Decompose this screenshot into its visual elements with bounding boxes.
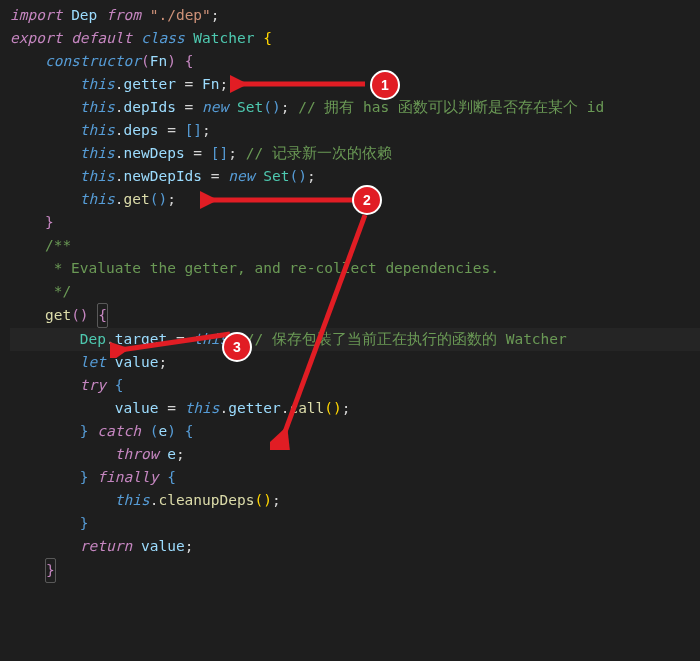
brace: { [263,30,272,46]
class-ref: Dep [80,331,106,347]
line: } [10,512,700,535]
keyword-from: from [106,7,141,23]
line: this.newDepIds = new Set(); [10,165,700,188]
comment: */ [45,283,71,299]
property: newDepIds [124,168,203,184]
line: } [10,211,700,234]
keyword-this: this [80,76,115,92]
line: } [10,558,700,583]
line: try { [10,374,700,397]
property: getter [124,76,176,92]
keyword-this: this [80,122,115,138]
keyword-default: default [71,30,132,46]
keyword-this: this [80,191,115,207]
property: newDeps [124,145,185,161]
brace: } [45,214,54,230]
line: this.cleanupDeps(); [10,489,700,512]
brace: { [185,53,194,69]
property: getter [228,400,280,416]
method-name: get [45,307,71,323]
line: value = this.getter.call(); [10,397,700,420]
property: depIds [124,99,176,115]
comment: /** [45,237,71,253]
annotation-badge-1: 1 [370,70,400,100]
line: throw e; [10,443,700,466]
line: return value; [10,535,700,558]
line: constructor(Fn) { [10,50,700,73]
keyword-new: new [228,168,254,184]
property: deps [124,122,159,138]
comment: // 拥有 has 函数可以判断是否存在某个 id [289,99,604,115]
line: * Evaluate the getter, and re-collect de… [10,257,700,280]
keyword-import: import [10,7,62,23]
variable: e [167,446,176,462]
keyword-this: this [185,400,220,416]
line-current: Dep.target = this; // 保存包装了当前正在执行的函数的 Wa… [10,328,700,351]
line: /** [10,234,700,257]
identifier: Dep [71,7,97,23]
brace: } [46,562,55,578]
annotation-badge-3: 3 [222,332,252,362]
class-name: Watcher [193,30,254,46]
line: get() { [10,303,700,328]
method-call: call [289,400,324,416]
keyword-export: export [10,30,62,46]
code-editor[interactable]: import Dep from "./dep"; export default … [0,0,700,661]
string: "./dep" [150,7,211,23]
brace: { [98,307,107,323]
keyword-this: this [80,99,115,115]
variable: value [115,400,159,416]
keyword-this: this [80,145,115,161]
comment: // 保存包装了当前正在执行的函数的 Watcher [237,331,567,347]
line: */ [10,280,700,303]
keyword-class: class [141,30,185,46]
line: this.newDeps = []; // 记录新一次的依赖 [10,142,700,165]
parameter: Fn [150,53,167,69]
line: export default class Watcher { [10,27,700,50]
line: this.getter = Fn; [10,73,700,96]
comment: * Evaluate the getter, and re-collect de… [45,260,499,276]
class-name: Set [237,99,263,115]
keyword-finally: finally [97,469,158,485]
keyword-try: try [80,377,106,393]
keyword-catch: catch [97,423,141,439]
line: let value; [10,351,700,374]
property: target [115,331,167,347]
keyword-constructor: constructor [45,53,141,69]
variable: value [115,354,159,370]
comment: // 记录新一次的依赖 [237,145,392,161]
method-call: get [124,191,150,207]
line: import Dep from "./dep"; [10,4,700,27]
keyword-this: this [80,168,115,184]
keyword-let: let [80,354,106,370]
line: } catch (e) { [10,420,700,443]
keyword-throw: throw [115,446,159,462]
keyword-return: return [80,538,132,554]
keyword-this: this [115,492,150,508]
line: this.deps = []; [10,119,700,142]
method-call: cleanupDeps [158,492,254,508]
parameter: e [158,423,167,439]
line: this.depIds = new Set(); // 拥有 has 函数可以判… [10,96,700,119]
class-name: Set [263,168,289,184]
variable: value [141,538,185,554]
annotation-badge-2: 2 [352,185,382,215]
line: } finally { [10,466,700,489]
keyword-new: new [202,99,228,115]
